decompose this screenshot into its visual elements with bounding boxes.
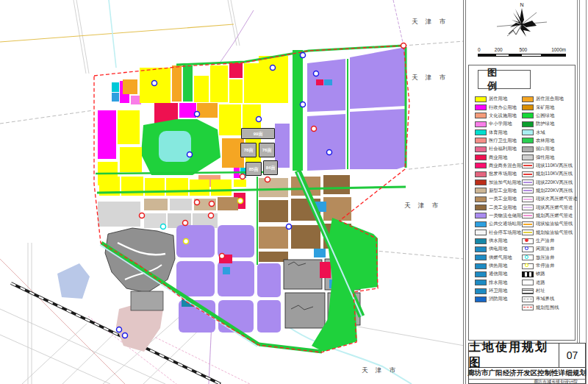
- legend-item-label: 规划110KV高压线: [536, 171, 573, 177]
- legend-swatch-fill: [475, 171, 487, 177]
- legend-swatch-fill: [475, 280, 487, 285]
- parcel-label-78mu: 78亩: [240, 143, 257, 157]
- legend-item: 留白用地: [522, 145, 578, 153]
- legend-item-label: 新型工业用地: [489, 188, 517, 194]
- legend-item-label: 公园绿地: [536, 113, 554, 119]
- legend-item: 弹性用地: [522, 153, 578, 161]
- legend-item: 一类工业用地: [475, 195, 522, 203]
- legend-item: 供热用地: [475, 262, 522, 270]
- region-label-tianjin-1: 天 津 市: [412, 18, 448, 26]
- legend-item-label: 社会福利用地: [489, 146, 517, 152]
- legend-item-label: 市域界线: [536, 296, 554, 302]
- legend-item-label: 现状110KV高压线: [536, 163, 573, 169]
- legend-swatch-fill: [475, 271, 487, 277]
- legend-swatch-line-dashed: [522, 213, 534, 218]
- region-label-tianjin-4: 天 津 市: [362, 366, 398, 375]
- pressure-relief-oil-wells: [161, 224, 166, 230]
- legend-item: 闲置油井: [522, 245, 578, 253]
- legend-item-label: 现状220KV高压线: [536, 179, 573, 186]
- legend-item-label: 通信用地: [489, 271, 507, 277]
- legend-item-label: 规划220KV高压线: [536, 188, 573, 194]
- south-mixed-band: [144, 197, 238, 228]
- legend-item-label: 商业商务混合用地: [489, 163, 526, 169]
- land-use-plan-sheet: 天 津 市 天 津 市 天 津 市 天 津 市 99亩 78亩 76亩 85亩 …: [0, 0, 588, 384]
- scale-bar-segments: [478, 54, 566, 57]
- scale-tick-500: 500: [519, 47, 527, 52]
- legend-swatch-fill: [475, 221, 487, 227]
- legend-item-label: 常停油井: [536, 263, 554, 269]
- legend-swatch-fill: [475, 238, 487, 244]
- legend-item-label: 规划范围线: [536, 305, 559, 311]
- legend-item: 道路: [522, 279, 578, 287]
- sheet-title: 土地使用规划图: [469, 344, 559, 367]
- legend-item: 现状输油输气管线: [522, 220, 578, 228]
- legend-item: 村址: [522, 287, 578, 295]
- legend-item-label: 弹性用地: [536, 154, 554, 161]
- legend-item-label: 二类工业用地: [489, 205, 517, 211]
- legend-swatch-line: [522, 205, 534, 210]
- legend-item-label: 行政办公用地: [489, 104, 517, 111]
- legend-swatch-boundary: [522, 296, 534, 302]
- legend-item-label: 供燃气用地: [489, 255, 512, 261]
- legend-item: 放压油井: [522, 254, 578, 262]
- legend-left-column: 居住用地行政办公用地文化设施用地中小学用地体育用地医疗卫生用地社会福利用地商业用…: [475, 95, 522, 312]
- legend-item: 公共交通场站用地: [475, 220, 522, 228]
- legend-item-label: 居住用地: [489, 96, 507, 102]
- legend-item: 规划范围线: [522, 304, 578, 312]
- legend-item-label: 加油加气站用地: [489, 179, 521, 186]
- legend-swatch-line-dashed: [522, 171, 534, 177]
- legend-swatch-fill: [475, 129, 487, 135]
- legend-item: 规划输油输气管线: [522, 229, 578, 237]
- legend-item: 行政办公用地: [475, 103, 522, 111]
- parcel-label-84mu: 84亩: [263, 160, 278, 175]
- legend-swatch-fill: [522, 146, 534, 152]
- legend-item-label: 排水用地: [489, 280, 507, 286]
- legend-swatch-well: [522, 255, 534, 260]
- legend-swatch-fill: [475, 163, 487, 168]
- legend-item: 生产油井: [522, 237, 578, 245]
- agency-note: 廊坊市城乡规划设计院: [469, 380, 585, 383]
- legend-item-label: 规划输油输气管线: [536, 230, 573, 236]
- legend-item: 现状次高压燃气管道: [522, 195, 578, 203]
- legend-item-label: 一类工业用地: [489, 196, 517, 202]
- legend-item-label: 体育用地: [489, 129, 507, 136]
- legend-item-label: 现状高压燃气管道: [536, 205, 573, 211]
- legend-item-label: 一类物流仓储用地: [489, 213, 526, 219]
- legend-swatch-boundary: [522, 305, 534, 310]
- legend-item-label: 批发市场用地: [489, 171, 517, 177]
- legend-swatch-well: [522, 263, 534, 269]
- scale-tick-200: 200: [495, 47, 503, 52]
- legend-swatch-fill: [475, 138, 487, 143]
- legend-swatch-village: [522, 288, 534, 294]
- legend-item: 居住混合用地: [522, 95, 578, 103]
- legend-swatch-fill: [475, 296, 487, 302]
- legend-item-label: 文化设施用地: [489, 113, 517, 119]
- legend-swatch-fill: [475, 263, 487, 269]
- legend-item: 加油加气站用地: [475, 178, 522, 186]
- legend-item: 供燃气用地: [475, 254, 522, 262]
- north-label: N: [468, 2, 576, 7]
- legend-swatch-line: [522, 163, 534, 168]
- legend-swatch-fill: [522, 96, 534, 102]
- legend-item-label: 公共交通场站用地: [489, 221, 526, 227]
- legend-item: 居住用地: [475, 95, 522, 103]
- legend-item-label: 放压油井: [536, 255, 554, 261]
- legend-swatch-fill: [522, 129, 534, 135]
- legend-swatch-railway: [522, 271, 534, 277]
- legend-swatch-line: [522, 221, 534, 227]
- legend-swatch-road: [522, 280, 534, 285]
- legend-swatch-line: [522, 196, 534, 202]
- legend-swatch-fill: [475, 213, 487, 218]
- legend-swatch-fill: [475, 96, 487, 102]
- legend-box: 图 例 居住用地行政办公用地文化设施用地中小学用地体育用地医疗卫生用地社会福利用…: [468, 65, 576, 341]
- legend-swatch-fill: [522, 138, 534, 143]
- legend-swatch-fill: [475, 146, 487, 152]
- legend-item-label: 规划高压燃气管道: [536, 213, 573, 219]
- legend-item: 现状高压燃气管道: [522, 203, 578, 211]
- legend-item: 常停油井: [522, 262, 578, 270]
- legend-item: 市域界线: [522, 295, 578, 303]
- legend-item-label: 生产油井: [536, 238, 554, 244]
- legend-swatch-fill: [475, 246, 487, 252]
- legend-item-label: 闲置油井: [536, 246, 554, 252]
- legend-item-label: 铁路: [536, 271, 545, 277]
